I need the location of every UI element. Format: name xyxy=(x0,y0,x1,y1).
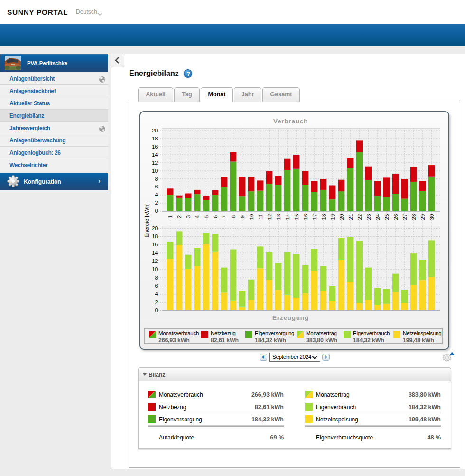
svg-text:16: 16 xyxy=(152,144,158,149)
svg-text:8: 8 xyxy=(155,275,158,280)
svg-text:25: 25 xyxy=(384,214,390,220)
svg-text:6: 6 xyxy=(155,283,158,289)
svg-text:2: 2 xyxy=(177,215,182,218)
svg-text:22: 22 xyxy=(357,214,363,220)
svg-text:9: 9 xyxy=(240,215,245,218)
svg-text:18: 18 xyxy=(321,214,326,220)
svg-text:3: 3 xyxy=(186,215,191,218)
svg-text:10: 10 xyxy=(249,214,254,220)
svg-text:8: 8 xyxy=(155,176,158,182)
svg-text:11: 11 xyxy=(258,214,263,220)
svg-text:14: 14 xyxy=(152,152,158,158)
svg-text:28: 28 xyxy=(411,214,417,220)
svg-text:1: 1 xyxy=(167,215,173,218)
svg-text:23: 23 xyxy=(366,214,372,220)
svg-text:18: 18 xyxy=(152,136,158,141)
svg-text:4: 4 xyxy=(155,291,158,297)
svg-text:4: 4 xyxy=(195,215,200,218)
svg-text:21: 21 xyxy=(348,214,353,220)
svg-text:20: 20 xyxy=(152,128,158,133)
svg-text:6: 6 xyxy=(155,184,158,189)
svg-text:26: 26 xyxy=(393,214,399,220)
svg-text:16: 16 xyxy=(303,214,308,220)
svg-text:0: 0 xyxy=(155,308,158,313)
svg-text:29: 29 xyxy=(420,214,426,220)
svg-text:12: 12 xyxy=(152,160,158,166)
svg-text:13: 13 xyxy=(276,214,281,220)
svg-text:Energie [kWh]: Energie [kWh] xyxy=(144,203,149,237)
svg-text:17: 17 xyxy=(312,214,317,220)
svg-text:24: 24 xyxy=(375,214,381,220)
svg-text:19: 19 xyxy=(330,214,335,220)
svg-text:18: 18 xyxy=(152,233,158,239)
svg-text:2: 2 xyxy=(155,200,158,205)
svg-text:8: 8 xyxy=(231,215,236,218)
svg-text:10: 10 xyxy=(152,266,158,272)
svg-text:20: 20 xyxy=(339,214,344,220)
svg-text:10: 10 xyxy=(152,168,158,174)
svg-text:6: 6 xyxy=(213,215,218,218)
svg-text:16: 16 xyxy=(152,242,158,247)
svg-text:12: 12 xyxy=(267,214,272,220)
svg-text:12: 12 xyxy=(152,258,158,264)
svg-text:2: 2 xyxy=(155,299,158,305)
svg-text:30: 30 xyxy=(429,214,435,220)
svg-text:7: 7 xyxy=(222,215,227,218)
svg-text:15: 15 xyxy=(294,214,299,220)
svg-text:14: 14 xyxy=(152,250,158,256)
svg-text:5: 5 xyxy=(204,215,209,218)
svg-text:14: 14 xyxy=(285,214,290,220)
svg-text:0: 0 xyxy=(155,208,158,214)
svg-text:27: 27 xyxy=(402,214,408,220)
svg-text:20: 20 xyxy=(152,225,158,231)
svg-text:4: 4 xyxy=(155,192,158,197)
